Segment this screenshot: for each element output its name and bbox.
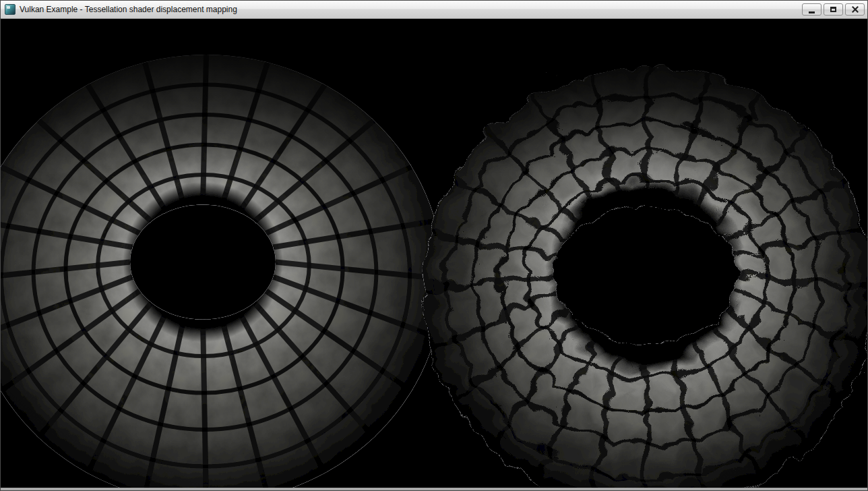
close-button[interactable]	[845, 3, 865, 16]
minimize-button[interactable]	[802, 3, 822, 16]
app-icon	[5, 4, 16, 15]
titlebar[interactable]: Vulkan Example - Tessellation shader dis…	[1, 1, 867, 19]
app-window: Vulkan Example - Tessellation shader dis…	[0, 0, 868, 491]
window-controls	[802, 1, 865, 16]
window-title: Vulkan Example - Tessellation shader dis…	[20, 1, 237, 19]
maximize-icon	[830, 7, 836, 12]
render-viewport[interactable]	[1, 19, 867, 488]
maximize-button[interactable]	[824, 3, 843, 16]
close-icon	[852, 6, 859, 13]
render-scene	[1, 19, 867, 488]
vignette-overlay	[1, 19, 867, 488]
minimize-icon	[809, 11, 815, 13]
window-bottom-frame	[1, 488, 867, 490]
